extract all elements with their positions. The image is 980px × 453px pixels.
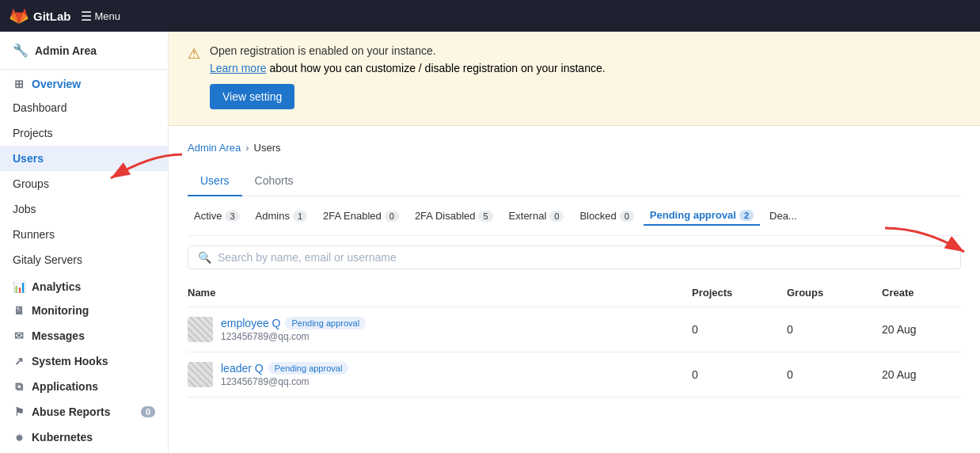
top-navigation: GitLab ☰ Menu <box>0 0 980 32</box>
flag-icon: ⚑ <box>13 405 25 418</box>
hook-icon: ↗ <box>13 355 25 367</box>
sidebar-item-applications[interactable]: ⧉ Applications <box>0 374 168 399</box>
user-groups: 0 <box>787 368 882 381</box>
sidebar-item-overview[interactable]: ⊞ Overview <box>0 70 168 95</box>
filter-active-label: Active <box>194 210 222 222</box>
filter-2fa-disabled-count: 5 <box>478 211 492 222</box>
filter-tabs: Active 3 Admins 1 2FA Enabled 0 2FA Disa… <box>188 196 961 236</box>
table-row: leader Q Pending approval 123456789@qq.c… <box>188 352 961 398</box>
filter-tab-blocked[interactable]: Blocked 0 <box>573 207 640 225</box>
tab-cohorts[interactable]: Cohorts <box>242 166 306 196</box>
page-body: Admin Area › Users Users Cohorts Active … <box>169 126 980 413</box>
filter-tab-pending-approval[interactable]: Pending approval 2 <box>644 206 760 226</box>
user-name-link[interactable]: employee Q <box>221 317 280 329</box>
sidebar-item-kubernetes[interactable]: ⎈ Kubernetes <box>0 424 168 450</box>
avatar <box>188 317 213 342</box>
user-name-link[interactable]: leader Q <box>221 362 264 375</box>
sidebar-item-label: Dashboard <box>13 101 67 114</box>
hamburger-icon: ☰ <box>81 9 92 24</box>
col-name: Name <box>188 287 692 299</box>
col-created: Create <box>882 287 961 299</box>
app-icon: ⧉ <box>13 380 25 393</box>
banner-title-text: Open registration is enabled on your ins… <box>210 44 436 57</box>
sidebar-item-label: Abuse Reports <box>32 405 111 418</box>
sidebar-item-label: Groups <box>13 177 49 190</box>
warning-icon: ⚠ <box>188 45 200 109</box>
menu-label: Menu <box>95 10 121 22</box>
search-icon: 🔍 <box>198 251 211 264</box>
sidebar-item-gitaly-servers[interactable]: Gitaly Servers <box>0 247 168 272</box>
filter-active-count: 3 <box>225 211 239 222</box>
filter-blocked-count: 0 <box>620 211 634 222</box>
view-setting-button[interactable]: View setting <box>210 84 294 109</box>
sidebar-item-analytics[interactable]: 📊 Analytics <box>0 272 168 298</box>
banner-body: Open registration is enabled on your ins… <box>210 44 606 109</box>
filter-2fa-disabled-label: 2FA Disabled <box>415 210 476 222</box>
tab-users[interactable]: Users <box>188 166 242 196</box>
sidebar-item-label: Monitoring <box>32 304 89 317</box>
sidebar-item-runners[interactable]: Runners <box>0 222 168 247</box>
filter-2fa-enabled-label: 2FA Enabled <box>323 210 382 222</box>
filter-admins-label: Admins <box>256 210 290 222</box>
pending-approval-badge: Pending approval <box>285 317 366 329</box>
sidebar-item-dashboard[interactable]: Dashboard <box>0 95 168 120</box>
users-table: Name Projects Groups Create employee Q <box>188 279 961 398</box>
user-cell: leader Q Pending approval 123456789@qq.c… <box>188 362 692 387</box>
logo[interactable]: GitLab <box>9 6 71 25</box>
filter-tab-admins[interactable]: Admins 1 <box>249 207 313 225</box>
search-input[interactable] <box>218 251 951 264</box>
admin-area-icon: 🔧 <box>13 43 28 58</box>
banner-description-text: about how you can customize / disable re… <box>269 62 605 74</box>
sidebar-item-projects[interactable]: Projects <box>0 120 168 146</box>
sidebar-item-groups[interactable]: Groups <box>0 171 168 196</box>
user-cell: employee Q Pending approval 123456789@qq… <box>188 317 692 342</box>
user-created: 20 Aug <box>882 323 961 336</box>
sidebar-item-label: Projects <box>13 127 53 139</box>
menu-toggle[interactable]: ☰ Menu <box>81 9 121 24</box>
user-email: 123456789@qq.com <box>221 331 366 342</box>
filter-blocked-label: Blocked <box>579 210 616 222</box>
brand-name: GitLab <box>33 10 71 23</box>
user-name-row: leader Q Pending approval <box>221 362 348 375</box>
abuse-reports-badge: 0 <box>141 406 155 417</box>
sidebar-item-messages[interactable]: ✉ Messages <box>0 323 168 348</box>
sidebar-item-label: Runners <box>13 228 55 241</box>
avatar <box>188 362 213 387</box>
filter-pending-count: 2 <box>739 210 754 221</box>
breadcrumb-parent-link[interactable]: Admin Area <box>188 142 241 154</box>
table-row: employee Q Pending approval 123456789@qq… <box>188 307 961 352</box>
banner-description: Learn more about how you can customize /… <box>210 62 606 74</box>
filter-tab-active[interactable]: Active 3 <box>188 207 246 225</box>
message-icon: ✉ <box>13 329 25 342</box>
sidebar-item-label: Gitaly Servers <box>13 253 82 266</box>
gitlab-logo-icon <box>9 6 28 25</box>
filter-external-count: 0 <box>549 211 564 222</box>
sidebar-item-label: Overview <box>32 78 81 90</box>
sidebar-item-label: Messages <box>32 329 85 342</box>
sidebar-item-label: Users <box>13 152 44 165</box>
user-name-row: employee Q Pending approval <box>221 317 366 329</box>
user-groups: 0 <box>787 323 882 336</box>
banner-title: Open registration is enabled on your ins… <box>210 44 606 57</box>
table-header-row: Name Projects Groups Create <box>188 279 961 307</box>
kubernetes-icon: ⎈ <box>13 431 25 443</box>
monitor-icon: 🖥 <box>13 304 25 317</box>
overview-icon: ⊞ <box>13 78 25 90</box>
filter-deactivated-label: Dea... <box>769 210 797 222</box>
sidebar-item-abuse-reports[interactable]: ⚑ Abuse Reports 0 <box>0 399 168 424</box>
filter-tab-deactivated[interactable]: Dea... <box>763 207 803 225</box>
filter-tab-2fa-disabled[interactable]: 2FA Disabled 5 <box>408 207 499 225</box>
user-email: 123456789@qq.com <box>221 376 348 387</box>
sidebar-item-system-hooks[interactable]: ↗ System Hooks <box>0 348 168 374</box>
main-tabs: Users Cohorts <box>188 166 961 196</box>
sidebar-item-jobs[interactable]: Jobs <box>0 196 168 222</box>
analytics-icon: 📊 <box>13 280 25 293</box>
learn-more-link[interactable]: Learn more <box>210 62 267 74</box>
sidebar-item-users[interactable]: Users <box>0 146 168 171</box>
filter-tab-2fa-enabled[interactable]: 2FA Enabled 0 <box>317 207 405 225</box>
sidebar-item-monitoring[interactable]: 🖥 Monitoring <box>0 298 168 323</box>
pending-approval-badge: Pending approval <box>268 362 349 375</box>
filter-tab-external[interactable]: External 0 <box>503 207 571 225</box>
sidebar-item-label: System Hooks <box>32 355 108 367</box>
breadcrumb-current: Users <box>254 142 281 154</box>
